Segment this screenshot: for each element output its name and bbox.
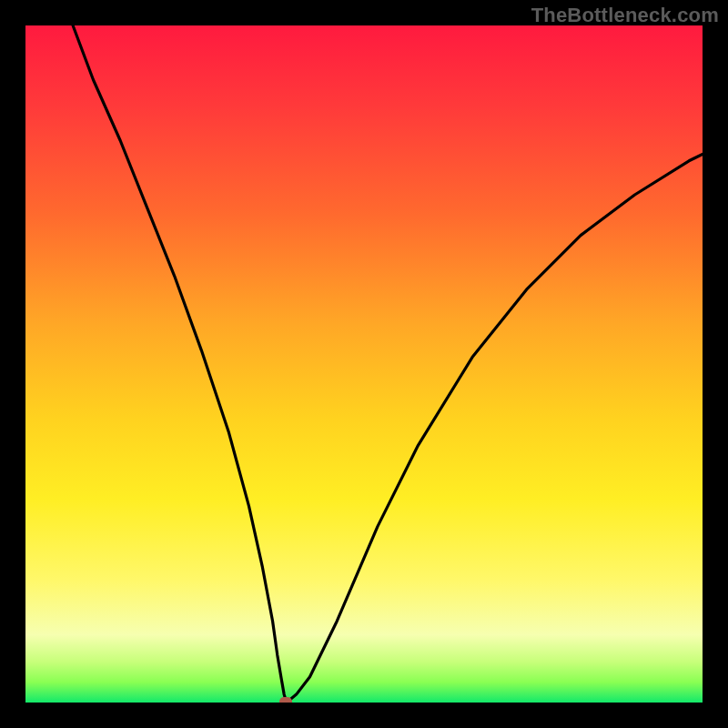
watermark-text: TheBottleneck.com	[531, 4, 719, 27]
bottleneck-curve	[73, 25, 703, 702]
chart-frame: TheBottleneck.com	[0, 0, 728, 728]
optimal-point-marker	[279, 697, 292, 703]
curve-svg	[25, 25, 703, 703]
plot-area	[25, 25, 703, 703]
